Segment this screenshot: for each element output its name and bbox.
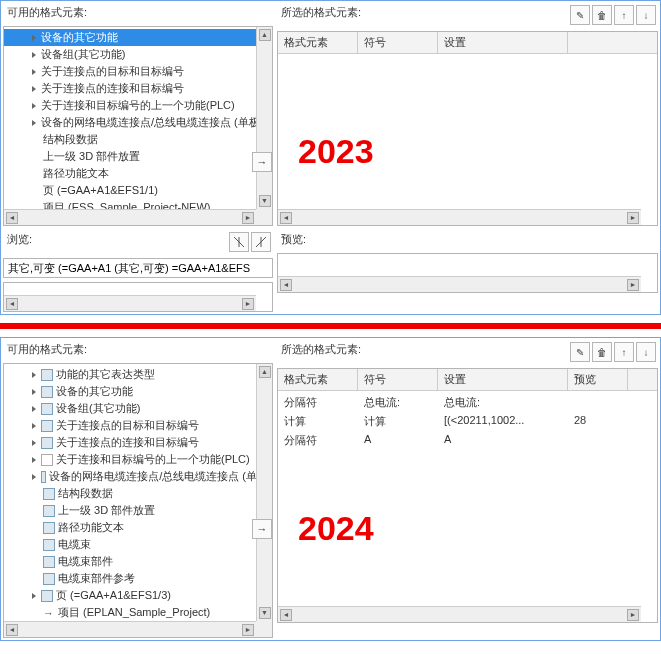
scroll-right-icon[interactable]: ►: [627, 279, 639, 291]
h-scrollbar[interactable]: ◄ ►: [4, 295, 256, 311]
filter-button-1[interactable]: [229, 232, 249, 252]
expand-icon[interactable]: [32, 423, 36, 429]
node-icon: [41, 386, 53, 398]
node-icon: [41, 420, 53, 432]
expand-icon[interactable]: [32, 593, 36, 599]
expand-icon[interactable]: [32, 52, 36, 58]
expand-icon[interactable]: [32, 474, 36, 480]
tree-item[interactable]: 设备组(其它功能): [4, 46, 272, 63]
v-scrollbar[interactable]: ▲ ▼: [256, 364, 272, 621]
table-row[interactable]: 分隔符AA: [278, 431, 657, 450]
edit-button[interactable]: ✎: [570, 342, 590, 362]
tree-item[interactable]: 功能的其它表达类型: [4, 366, 272, 383]
tree-item-label: 电缆束部件: [58, 554, 113, 569]
selected-table-2023[interactable]: → 格式元素 符号 设置 2023 ◄ ►: [277, 31, 658, 226]
scroll-right-icon[interactable]: ►: [242, 212, 254, 224]
scroll-left-icon[interactable]: ◄: [280, 609, 292, 621]
scroll-left-icon[interactable]: ◄: [6, 212, 18, 224]
move-down-button[interactable]: ↓: [636, 342, 656, 362]
tree-item-label: 功能的其它表达类型: [56, 367, 155, 382]
arrow-up-icon: ↑: [622, 347, 627, 358]
browse-input[interactable]: [3, 258, 273, 278]
scroll-left-icon[interactable]: ◄: [280, 212, 292, 224]
expand-icon[interactable]: [32, 35, 36, 41]
expand-icon[interactable]: [32, 86, 36, 92]
table-cell: 总电流:: [358, 393, 438, 412]
scroll-right-icon[interactable]: ►: [627, 609, 639, 621]
scroll-down-icon[interactable]: ▼: [259, 607, 271, 619]
h-scrollbar[interactable]: ◄ ►: [4, 621, 256, 637]
move-up-button[interactable]: ↑: [614, 342, 634, 362]
tree-item[interactable]: 设备的网络电缆连接点/总线电缆连接点 (单极): [4, 114, 272, 131]
scroll-up-icon[interactable]: ▲: [259, 29, 271, 41]
add-button[interactable]: →: [252, 519, 272, 539]
scroll-left-icon[interactable]: ◄: [6, 298, 18, 310]
tree-item-label: 页 (=GAA+A1&EFS1/1): [43, 183, 158, 198]
table-cell: 计算: [278, 412, 358, 431]
expand-icon[interactable]: [32, 457, 36, 463]
tree-item[interactable]: 设备的其它功能: [4, 383, 272, 400]
scroll-left-icon[interactable]: ◄: [280, 279, 292, 291]
table-row[interactable]: 分隔符总电流:总电流:: [278, 393, 657, 412]
tree-item[interactable]: 结构段数据: [4, 485, 272, 502]
tree-item[interactable]: 电缆束部件: [4, 553, 272, 570]
tree-item[interactable]: 设备的网络电缆连接点/总线电缆连接点 (单极: [4, 468, 272, 485]
trash-icon: 🗑: [597, 10, 607, 21]
tree-item[interactable]: 路径功能文本: [4, 519, 272, 536]
year-watermark: 2024: [298, 509, 374, 548]
tree-item[interactable]: 页 (=GAA+A1&EFS1/1): [4, 182, 272, 199]
scroll-up-icon[interactable]: ▲: [259, 366, 271, 378]
tree-item[interactable]: 关于连接点的目标和目标编号: [4, 63, 272, 80]
available-tree-2024[interactable]: 功能的其它表达类型设备的其它功能设备组(其它功能)关于连接点的目标和目标编号关于…: [3, 363, 273, 638]
tree-item[interactable]: 设备组(其它功能): [4, 400, 272, 417]
move-down-button[interactable]: ↓: [636, 5, 656, 25]
table-row[interactable]: 计算计算[(<20211,1002...28: [278, 412, 657, 431]
table-cell: [568, 431, 628, 450]
h-scrollbar[interactable]: ◄ ►: [278, 276, 641, 292]
year-watermark: 2023: [298, 132, 374, 171]
h-scrollbar[interactable]: ◄ ►: [278, 209, 641, 225]
v-scrollbar[interactable]: ▲ ▼: [256, 27, 272, 209]
available-tree-2023[interactable]: 设备的其它功能设备组(其它功能)关于连接点的目标和目标编号关于连接点的连接和目标…: [3, 26, 273, 226]
scroll-right-icon[interactable]: ►: [242, 624, 254, 636]
selected-table-2024[interactable]: → 格式元素 符号 设置 预览 分隔符总电流:总电流:计算计算[(<20211,…: [277, 368, 658, 623]
scroll-right-icon[interactable]: ►: [242, 298, 254, 310]
tree-item[interactable]: 结构段数据: [4, 131, 272, 148]
scroll-left-icon[interactable]: ◄: [6, 624, 18, 636]
filter-button-2[interactable]: [251, 232, 271, 252]
expand-icon[interactable]: [32, 103, 36, 109]
browse-listbox[interactable]: ◄ ►: [3, 282, 273, 312]
tree-item[interactable]: 路径功能文本: [4, 165, 272, 182]
tree-item[interactable]: 关于连接和目标编号的上一个功能(PLC): [4, 451, 272, 468]
preview-label: 预览:: [277, 230, 658, 249]
delete-button[interactable]: 🗑: [592, 342, 612, 362]
tree-item[interactable]: 电缆束: [4, 536, 272, 553]
scroll-down-icon[interactable]: ▼: [259, 195, 271, 207]
tree-item[interactable]: 关于连接点的目标和目标编号: [4, 417, 272, 434]
tree-item[interactable]: 上一级 3D 部件放置: [4, 502, 272, 519]
tree-item-label: 关于连接点的连接和目标编号: [56, 435, 199, 450]
delete-button[interactable]: 🗑: [592, 5, 612, 25]
add-button[interactable]: →: [252, 152, 272, 172]
expand-icon[interactable]: [32, 389, 36, 395]
scroll-right-icon[interactable]: ►: [627, 212, 639, 224]
tree-item[interactable]: 设备的其它功能: [4, 29, 272, 46]
tree-item[interactable]: 上一级 3D 部件放置: [4, 148, 272, 165]
expand-icon[interactable]: [32, 120, 36, 126]
move-up-button[interactable]: ↑: [614, 5, 634, 25]
node-icon: [41, 369, 53, 381]
expand-icon[interactable]: [32, 440, 36, 446]
edit-button[interactable]: ✎: [570, 5, 590, 25]
h-scrollbar[interactable]: ◄ ►: [278, 606, 641, 622]
h-scrollbar[interactable]: ◄ ►: [4, 209, 256, 225]
tree-item[interactable]: 关于连接和目标编号的上一个功能(PLC): [4, 97, 272, 114]
tree-item[interactable]: →项目 (EPLAN_Sample_Project): [4, 604, 272, 621]
expand-icon[interactable]: [32, 406, 36, 412]
tree-item[interactable]: 关于连接点的连接和目标编号: [4, 434, 272, 451]
expand-icon[interactable]: [32, 69, 36, 75]
tree-item[interactable]: 关于连接点的连接和目标编号: [4, 80, 272, 97]
expand-icon[interactable]: [32, 372, 36, 378]
tree-item[interactable]: 页 (=GAA+A1&EFS1/3): [4, 587, 272, 604]
tree-item[interactable]: 电缆束部件参考: [4, 570, 272, 587]
tree-item-label: 设备的其它功能: [56, 384, 133, 399]
